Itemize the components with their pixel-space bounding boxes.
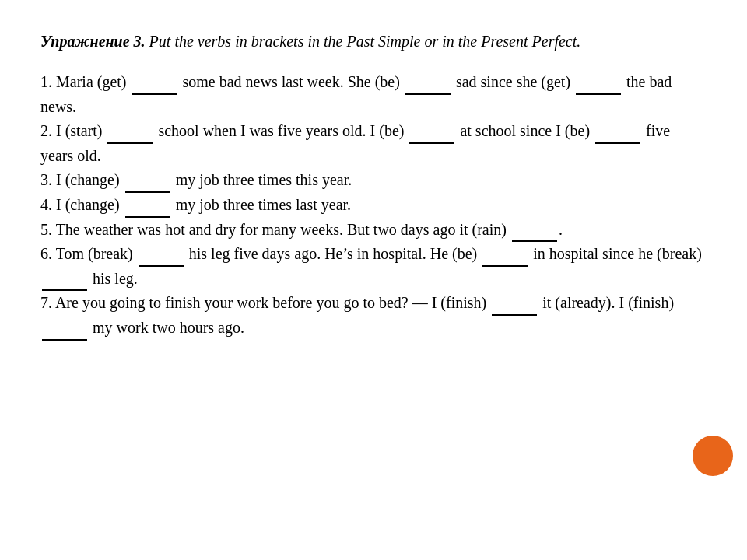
blank-6-2 xyxy=(482,264,528,267)
sentence-2: 2. I (start) school when I was five year… xyxy=(40,119,707,168)
sentence-1: 1. Maria (get) some bad news last week. … xyxy=(40,70,707,119)
blank-1-1 xyxy=(132,92,177,95)
sentence-4: 4. I (change) my job three times last ye… xyxy=(40,193,707,218)
exercise-title: Упражнение 3. Put the verbs in brackets … xyxy=(40,30,707,53)
blank-2-1 xyxy=(107,141,153,144)
sentence-5: 5. The weather was hot and dry for many … xyxy=(40,218,707,243)
blank-2-3 xyxy=(595,141,640,144)
blank-1-2 xyxy=(405,92,451,95)
title-bold-italic: Упражнение 3. xyxy=(40,33,146,50)
blank-1-3 xyxy=(576,92,621,95)
exercise-content: 1. Maria (get) some bad news last week. … xyxy=(40,70,707,341)
sentence-6: 6. Tom (break) his leg five days ago. He… xyxy=(40,242,707,291)
blank-2-2 xyxy=(409,141,454,144)
page: Упражнение 3. Put the verbs in brackets … xyxy=(0,0,747,560)
orange-circle-decoration xyxy=(693,436,733,476)
blank-6-1 xyxy=(139,264,184,267)
sentence-3: 3. I (change) my job three times this ye… xyxy=(40,168,707,193)
blank-7-2 xyxy=(42,338,87,341)
blank-4-1 xyxy=(125,215,170,218)
title-italic: Put the verbs in brackets in the Past Si… xyxy=(146,33,581,50)
blank-7-1 xyxy=(492,313,537,316)
sentence-7: 7. Are you going to finish your work bef… xyxy=(40,291,707,340)
